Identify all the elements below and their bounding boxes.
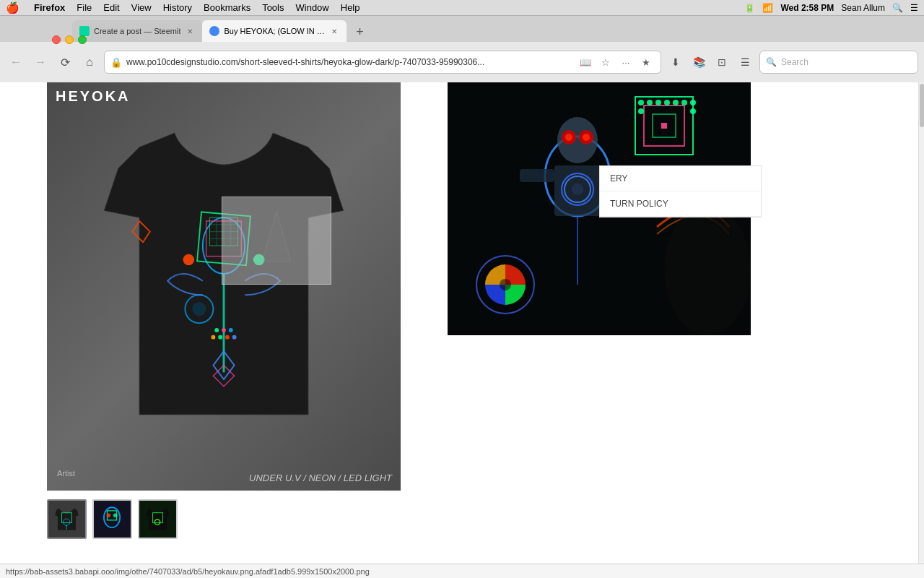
thumbnail-1[interactable] (47, 499, 87, 539)
pol10-tab-title: Buy HEYOKA; (GLOW IN THE D... (224, 27, 325, 35)
forward-button[interactable]: → (30, 52, 51, 72)
download-icon[interactable]: ⬇ (666, 52, 686, 72)
bookmark-icon[interactable]: ☆ (597, 53, 614, 71)
wifi-icon: 📶 (762, 3, 773, 13)
svg-point-44 (565, 134, 572, 141)
tab-pol10[interactable]: Buy HEYOKA; (GLOW IN THE D... ✕ (202, 20, 346, 42)
back-button[interactable]: ← (6, 52, 26, 72)
tab-steemit[interactable]: Create a post — Steemit ✕ (72, 20, 202, 42)
lock-icon: 🔒 (110, 57, 122, 68)
menubar-right: 🔋 📶 Wed 2:58 PM Sean Allum 🔍 ☰ (744, 3, 918, 13)
maximize-button[interactable] (78, 35, 87, 44)
sidebar-return-policy-item[interactable]: TURN POLICY (600, 191, 761, 217)
user-name: Sean Allum (841, 3, 885, 13)
svg-point-66 (690, 108, 696, 114)
svg-point-64 (690, 100, 696, 105)
steemit-tab-close[interactable]: ✕ (185, 26, 195, 36)
svg-point-18 (214, 328, 219, 332)
status-url: https://bab-assets3.babapi.ooo/img/othe/… (6, 567, 370, 576)
scrollbar-track[interactable] (918, 82, 924, 564)
thumbnail-2[interactable] (92, 499, 132, 539)
hamburger-menu-icon[interactable]: ☰ (735, 52, 755, 72)
svg-point-19 (222, 328, 226, 332)
search-placeholder: Search (781, 57, 808, 67)
ellipsis-icon[interactable]: ··· (617, 53, 635, 71)
magnify-overlay (222, 197, 331, 285)
svg-point-22 (218, 335, 222, 340)
page-content: HEYOKA (0, 82, 924, 564)
minimize-button[interactable] (65, 35, 74, 44)
menu-tools[interactable]: Tools (262, 2, 284, 13)
main-product-image[interactable]: HEYOKA (47, 82, 401, 491)
browser-right-buttons: ⬇ 📚 ⊡ ☰ (666, 52, 755, 72)
menu-file[interactable]: File (77, 2, 92, 13)
main-image-bg: HEYOKA (47, 82, 401, 491)
svg-point-60 (655, 100, 661, 105)
bookmark-star-icon[interactable]: ★ (637, 53, 655, 71)
browser-chrome: Create a post — Steemit ✕ Buy HEYOKA; (G… (0, 16, 924, 82)
library-icon[interactable]: 📚 (689, 52, 709, 72)
sidebar-panel: ERY TURN POLICY (599, 165, 762, 217)
url-bar[interactable]: 🔒 www.po10cdesignstudio.com/short-sleeve… (104, 51, 661, 74)
thumbnail-3[interactable] (138, 499, 178, 539)
pol10-favicon (209, 26, 219, 36)
apple-menu[interactable]: 🍎 (6, 1, 19, 14)
right-sidebar: ERY TURN POLICY (599, 165, 762, 217)
svg-point-21 (211, 335, 215, 340)
close-button[interactable] (52, 35, 61, 44)
thumb2-inner (94, 501, 131, 538)
menu-bookmarks[interactable]: Bookmarks (204, 2, 250, 13)
sidebar-delivery-item[interactable]: ERY (600, 166, 761, 191)
svg-point-61 (664, 100, 670, 105)
svg-point-35 (113, 514, 118, 518)
svg-point-48 (572, 184, 583, 195)
thumb3-svg (139, 499, 176, 539)
pol10-tab-close[interactable]: ✕ (329, 26, 339, 36)
svg-point-58 (638, 100, 644, 105)
menu-edit[interactable]: Edit (103, 2, 119, 13)
search-icon[interactable]: 🔍 (892, 3, 903, 13)
new-tab-button[interactable]: + (349, 22, 370, 42)
tab-bar: Create a post — Steemit ✕ Buy HEYOKA; (G… (0, 16, 924, 42)
svg-point-63 (681, 100, 687, 105)
magnify-preview (222, 197, 331, 284)
control-center-icon[interactable]: ☰ (910, 3, 918, 13)
scrollbar-thumb[interactable] (920, 84, 924, 127)
search-bar[interactable]: 🔍 Search (759, 51, 918, 74)
svg-point-24 (232, 335, 237, 340)
thumb2-svg (94, 499, 131, 539)
reader-mode-icon[interactable]: 📖 (577, 53, 594, 71)
svg-point-59 (647, 100, 653, 105)
uv-label: UNDER U.V / NEON / LED LIGHT (249, 473, 392, 483)
svg-point-23 (225, 335, 230, 340)
svg-point-62 (673, 100, 679, 105)
product-brand-label: HEYOKA (56, 88, 131, 105)
home-button[interactable]: ⌂ (79, 52, 100, 72)
artist-label: Artist (57, 469, 75, 478)
battery-icon: 🔋 (744, 3, 755, 13)
reload-button[interactable]: ⟳ (55, 52, 75, 72)
search-icon: 🔍 (766, 57, 777, 67)
svg-point-65 (638, 108, 644, 114)
svg-point-45 (583, 134, 590, 141)
sync-icon[interactable]: ⊡ (712, 52, 732, 72)
menu-help[interactable]: Help (341, 2, 360, 13)
menu-window[interactable]: Window (296, 2, 329, 13)
svg-rect-57 (661, 123, 667, 129)
svg-point-3 (183, 254, 195, 266)
menu-view[interactable]: View (131, 2, 152, 13)
url-text: www.po10cdesignstudio.com/short-sleeved-… (126, 57, 572, 67)
svg-rect-49 (520, 169, 554, 182)
menu-history[interactable]: History (163, 2, 192, 13)
svg-point-10 (192, 302, 206, 316)
svg-point-20 (229, 328, 233, 332)
clock: Wed 2:58 PM (780, 3, 834, 13)
svg-point-69 (500, 279, 511, 290)
url-bar-area: ← → ⟳ ⌂ 🔒 www.po10cdesignstudio.com/shor… (0, 42, 924, 82)
steemit-tab-title: Create a post — Steemit (94, 27, 180, 35)
svg-rect-31 (94, 501, 131, 538)
thumb1-inner (48, 501, 85, 538)
menu-bar: 🍎 Firefox File Edit View History Bookmar… (0, 0, 924, 16)
menu-firefox[interactable]: Firefox (34, 2, 65, 13)
thumbnails (0, 491, 448, 548)
